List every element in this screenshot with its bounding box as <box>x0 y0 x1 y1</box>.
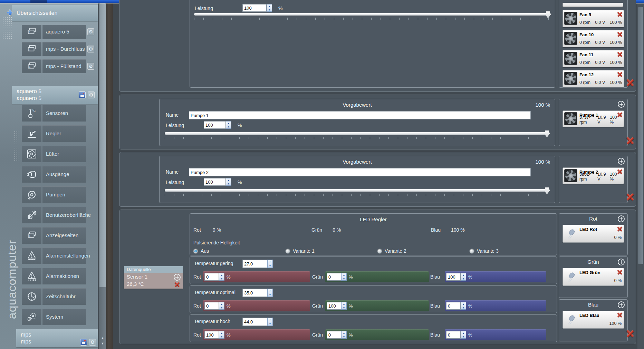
scrollbar-thumb[interactable] <box>638 7 643 264</box>
datasource-box[interactable]: Datenquelle Sensor 1 26,3 °C <box>124 266 183 289</box>
menu-icon-cell[interactable] <box>22 309 41 325</box>
led-tile[interactable]: LED Grün 0 % <box>563 268 624 286</box>
menu-icon-cell[interactable] <box>22 248 41 264</box>
gear-icon[interactable]: ⚙ <box>87 63 94 70</box>
menu-icon-cell[interactable]: 1 <box>22 227 41 244</box>
overview-item-icon[interactable]: 1 <box>22 59 41 73</box>
close-icon[interactable] <box>617 52 622 57</box>
sidebar-item-alarmeinstellungen[interactable]: Alarmeinstellungen <box>42 248 86 264</box>
rot-input[interactable] <box>204 331 219 339</box>
delete-controller-button[interactable] <box>627 137 634 144</box>
gruen-input[interactable] <box>327 302 341 310</box>
scroll-down-icon[interactable]: ▼ <box>99 341 106 346</box>
temp-input[interactable] <box>242 289 267 297</box>
rot-input[interactable] <box>204 273 219 281</box>
spinner-buttons[interactable]: ▲▼ <box>267 260 273 268</box>
overview-item-icon[interactable]: 1 <box>22 42 41 56</box>
temp-input[interactable] <box>242 260 267 268</box>
name-input[interactable] <box>189 111 531 119</box>
leistung-input[interactable] <box>204 121 226 129</box>
fan-tile[interactable]: Fan 10 0 rpm0,0 V100 % <box>563 30 624 47</box>
leistung-input[interactable] <box>204 178 226 186</box>
sidebar-item-ausgaenge[interactable]: Ausgänge <box>42 166 86 183</box>
spinner-buttons[interactable]: ▲▼ <box>341 273 347 281</box>
slider-thumb[interactable] <box>545 187 549 194</box>
overview-item-icon[interactable]: 1 <box>22 25 41 39</box>
radio-icon[interactable] <box>377 249 382 253</box>
add-output-button[interactable] <box>618 101 625 108</box>
sidebar-item-regler[interactable]: Regler <box>42 125 86 142</box>
spinner-buttons[interactable]: ▲▼ <box>461 302 466 310</box>
sidebar-item-system[interactable]: System <box>42 309 86 325</box>
led-tile[interactable]: LED Rot 0 % <box>563 225 624 243</box>
spinner-buttons[interactable]: ▲▼ <box>267 289 273 297</box>
main-scrollbar[interactable] <box>637 3 644 349</box>
fan-tile[interactable]: Fan 12 0 rpm0,0 V100 % <box>563 70 624 87</box>
close-icon[interactable] <box>617 72 622 77</box>
power-slider[interactable] <box>194 13 551 20</box>
remove-datasource-button[interactable] <box>175 282 180 287</box>
power-slider[interactable] <box>165 189 550 196</box>
add-datasource-button[interactable] <box>174 274 181 281</box>
delete-controller-button[interactable] <box>627 193 634 200</box>
sidebar-item-luefter[interactable]: Lüfter <box>42 146 86 162</box>
sidebar-item-sensoren[interactable]: Sensoren <box>42 105 86 122</box>
slider-thumb[interactable] <box>545 130 549 137</box>
pump-tile[interactable]: Pumpe 2 3802 rpm10,9 V100 % <box>563 167 624 184</box>
close-icon[interactable] <box>617 312 622 317</box>
menu-icon-cell[interactable] <box>22 288 41 305</box>
spinner-buttons[interactable]: ▲▼ <box>219 302 224 310</box>
spinner-buttons[interactable]: ▲▼ <box>219 273 224 281</box>
add-output-button[interactable] <box>618 215 625 222</box>
menu-icon-cell[interactable]: °C <box>22 105 41 122</box>
close-icon[interactable] <box>617 226 622 231</box>
save-icon[interactable] <box>80 339 87 346</box>
sidebar-item-zeitschaltuhr[interactable]: Zeitschaltuhr <box>42 288 86 305</box>
close-icon[interactable] <box>617 12 622 17</box>
spinner-buttons[interactable]: ▲▼ <box>341 331 347 339</box>
menu-icon-cell[interactable] <box>22 207 41 223</box>
slider-track[interactable] <box>165 132 550 135</box>
sidebar-item-benutzeroberflaeche[interactable]: Benutzeroberfläche <box>42 207 86 223</box>
radio-icon[interactable] <box>470 249 474 253</box>
add-output-button[interactable] <box>618 158 625 165</box>
leistung-input[interactable] <box>242 4 267 12</box>
delete-controller-button[interactable] <box>627 330 634 337</box>
menu-icon-cell[interactable] <box>22 146 41 162</box>
gear-icon[interactable]: ⚙ <box>87 46 94 52</box>
slider-track[interactable] <box>165 189 550 192</box>
radio-option-aus[interactable]: Aus <box>193 248 209 254</box>
rot-input[interactable] <box>204 302 219 310</box>
spinner-buttons[interactable]: ▲▼ <box>219 331 224 339</box>
slider-track[interactable] <box>194 13 551 16</box>
pump-tile[interactable]: Pumpe 1 3737 rpm10,9 V100 % <box>563 110 624 127</box>
blau-input[interactable] <box>446 331 461 339</box>
menu-icon-cell[interactable] <box>22 186 41 203</box>
gruen-input[interactable] <box>327 331 341 339</box>
power-slider[interactable] <box>165 132 550 139</box>
spinner-buttons[interactable]: ▲▼ <box>461 331 466 339</box>
save-icon[interactable] <box>79 91 86 98</box>
close-icon[interactable] <box>617 32 622 37</box>
scroll-up-icon[interactable]: ▲ <box>99 336 106 340</box>
sidebar-item-alarmaktionen[interactable]: Alarmaktionen <box>42 268 86 284</box>
spinner-buttons[interactable]: ▲▼ <box>267 318 273 326</box>
led-tile[interactable]: LED Blau 100 % <box>563 311 624 329</box>
spinner-buttons[interactable]: ▲▼ <box>226 121 231 129</box>
delete-controller-button[interactable] <box>627 79 634 86</box>
gear-icon[interactable]: ⚙ <box>87 28 94 35</box>
menu-icon-cell[interactable] <box>22 125 41 142</box>
sidebar-item-aquaero5-overview[interactable]: aquaero 5 <box>42 25 86 39</box>
add-output-button[interactable] <box>618 301 625 308</box>
gruen-input[interactable] <box>327 273 341 281</box>
sidebar-item-mps-fuellstand[interactable]: mps - Füllstand <box>42 59 86 73</box>
fan-tile[interactable]: Fan 9 0 rpm0,0 V100 % <box>563 10 624 27</box>
scrollbar-thumb[interactable] <box>99 3 106 287</box>
close-icon[interactable] <box>617 270 622 274</box>
slider-thumb[interactable] <box>546 11 550 18</box>
spinner-buttons[interactable]: ▲▼ <box>267 4 272 12</box>
sidebar-item-mps-durchfluss[interactable]: mps - Durchfluss <box>42 42 86 56</box>
sidebar-item-pumpen[interactable]: Pumpen <box>42 186 86 203</box>
radio-icon[interactable] <box>193 249 198 253</box>
add-overview-page-button[interactable] <box>9 9 10 16</box>
